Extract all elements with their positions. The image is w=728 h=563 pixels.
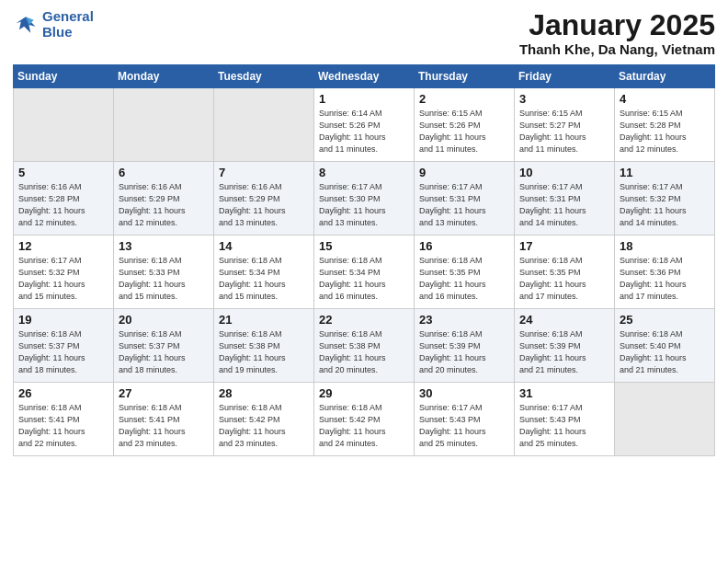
day-number: 16	[419, 239, 509, 253]
day-info: Sunrise: 6:17 AM Sunset: 5:43 PM Dayligh…	[519, 402, 609, 450]
day-number: 15	[319, 239, 409, 253]
weekday-header-row: SundayMondayTuesdayWednesdayThursdayFrid…	[14, 65, 715, 88]
day-number: 8	[319, 166, 409, 179]
calendar-cell: 18Sunrise: 6:18 AM Sunset: 5:36 PM Dayli…	[615, 236, 715, 309]
day-info: Sunrise: 6:18 AM Sunset: 5:36 PM Dayligh…	[620, 255, 710, 303]
day-number: 30	[419, 386, 509, 400]
week-row-4: 19Sunrise: 6:18 AM Sunset: 5:37 PM Dayli…	[14, 309, 715, 383]
calendar-cell: 3Sunrise: 6:15 AM Sunset: 5:27 PM Daylig…	[515, 88, 615, 162]
day-info: Sunrise: 6:18 AM Sunset: 5:37 PM Dayligh…	[18, 328, 108, 376]
calendar-cell: 30Sunrise: 6:17 AM Sunset: 5:43 PM Dayli…	[415, 383, 515, 456]
calendar-cell: 9Sunrise: 6:17 AM Sunset: 5:31 PM Daylig…	[415, 162, 515, 236]
day-info: Sunrise: 6:18 AM Sunset: 5:42 PM Dayligh…	[219, 402, 309, 450]
day-info: Sunrise: 6:15 AM Sunset: 5:27 PM Dayligh…	[519, 108, 609, 155]
day-number: 26	[18, 386, 108, 400]
day-number: 12	[18, 239, 108, 253]
calendar-cell: 23Sunrise: 6:18 AM Sunset: 5:39 PM Dayli…	[415, 309, 515, 383]
calendar-cell: 14Sunrise: 6:18 AM Sunset: 5:34 PM Dayli…	[214, 236, 314, 309]
location: Thanh Khe, Da Nang, Vietnam	[519, 41, 715, 57]
day-info: Sunrise: 6:17 AM Sunset: 5:43 PM Dayligh…	[419, 402, 509, 450]
calendar-cell: 20Sunrise: 6:18 AM Sunset: 5:37 PM Dayli…	[114, 309, 214, 383]
weekday-header-saturday: Saturday	[615, 65, 715, 88]
calendar-cell: 27Sunrise: 6:18 AM Sunset: 5:41 PM Dayli…	[114, 383, 214, 456]
day-info: Sunrise: 6:18 AM Sunset: 5:37 PM Dayligh…	[119, 328, 209, 376]
calendar-cell: 21Sunrise: 6:18 AM Sunset: 5:38 PM Dayli…	[214, 309, 314, 383]
calendar-cell: 31Sunrise: 6:17 AM Sunset: 5:43 PM Dayli…	[515, 383, 615, 456]
logo: General Blue	[13, 9, 94, 40]
calendar-table: SundayMondayTuesdayWednesdayThursdayFrid…	[13, 64, 715, 456]
calendar-cell: 29Sunrise: 6:18 AM Sunset: 5:42 PM Dayli…	[314, 383, 415, 456]
day-info: Sunrise: 6:16 AM Sunset: 5:29 PM Dayligh…	[119, 181, 209, 229]
calendar-cell: 19Sunrise: 6:18 AM Sunset: 5:37 PM Dayli…	[14, 309, 114, 383]
day-number: 9	[419, 166, 509, 179]
day-info: Sunrise: 6:18 AM Sunset: 5:33 PM Dayligh…	[119, 255, 209, 303]
day-info: Sunrise: 6:16 AM Sunset: 5:28 PM Dayligh…	[18, 181, 108, 229]
day-number: 29	[319, 386, 409, 400]
month-title: January 2025	[519, 9, 715, 41]
day-info: Sunrise: 6:18 AM Sunset: 5:42 PM Dayligh…	[319, 402, 409, 450]
calendar-cell: 11Sunrise: 6:17 AM Sunset: 5:32 PM Dayli…	[615, 162, 715, 236]
calendar-cell: 6Sunrise: 6:16 AM Sunset: 5:29 PM Daylig…	[114, 162, 214, 236]
day-number: 1	[319, 92, 409, 106]
day-number: 23	[419, 313, 509, 327]
header: General Blue January 2025 Thanh Khe, Da …	[13, 9, 715, 57]
day-number: 10	[519, 166, 609, 179]
calendar-cell: 7Sunrise: 6:16 AM Sunset: 5:29 PM Daylig…	[214, 162, 314, 236]
day-info: Sunrise: 6:18 AM Sunset: 5:35 PM Dayligh…	[519, 255, 609, 303]
calendar-cell: 26Sunrise: 6:18 AM Sunset: 5:41 PM Dayli…	[14, 383, 114, 456]
weekday-header-tuesday: Tuesday	[214, 65, 314, 88]
week-row-2: 5Sunrise: 6:16 AM Sunset: 5:28 PM Daylig…	[14, 162, 715, 236]
week-row-3: 12Sunrise: 6:17 AM Sunset: 5:32 PM Dayli…	[14, 236, 715, 309]
calendar-cell: 22Sunrise: 6:18 AM Sunset: 5:38 PM Dayli…	[314, 309, 415, 383]
calendar-cell: 17Sunrise: 6:18 AM Sunset: 5:35 PM Dayli…	[515, 236, 615, 309]
day-info: Sunrise: 6:18 AM Sunset: 5:35 PM Dayligh…	[419, 255, 509, 303]
calendar-cell: 1Sunrise: 6:14 AM Sunset: 5:26 PM Daylig…	[314, 88, 415, 162]
page-container: General Blue January 2025 Thanh Khe, Da …	[0, 0, 728, 464]
day-info: Sunrise: 6:18 AM Sunset: 5:40 PM Dayligh…	[620, 328, 710, 376]
day-number: 5	[18, 166, 108, 179]
day-info: Sunrise: 6:18 AM Sunset: 5:34 PM Dayligh…	[219, 255, 309, 303]
calendar-cell: 24Sunrise: 6:18 AM Sunset: 5:39 PM Dayli…	[515, 309, 615, 383]
weekday-header-thursday: Thursday	[415, 65, 515, 88]
day-info: Sunrise: 6:15 AM Sunset: 5:28 PM Dayligh…	[620, 108, 710, 155]
day-info: Sunrise: 6:17 AM Sunset: 5:32 PM Dayligh…	[18, 255, 108, 303]
day-info: Sunrise: 6:17 AM Sunset: 5:31 PM Dayligh…	[419, 181, 509, 229]
calendar-cell: 8Sunrise: 6:17 AM Sunset: 5:30 PM Daylig…	[314, 162, 415, 236]
calendar-cell	[214, 88, 314, 162]
logo-text-blue: Blue	[42, 25, 94, 40]
day-number: 25	[620, 313, 710, 327]
day-number: 24	[519, 313, 609, 327]
day-number: 11	[620, 166, 710, 179]
calendar-cell: 13Sunrise: 6:18 AM Sunset: 5:33 PM Dayli…	[114, 236, 214, 309]
svg-marker-0	[17, 17, 36, 33]
weekday-header-monday: Monday	[114, 65, 214, 88]
calendar-cell: 2Sunrise: 6:15 AM Sunset: 5:26 PM Daylig…	[415, 88, 515, 162]
logo-icon	[13, 12, 39, 38]
day-number: 13	[119, 239, 209, 253]
weekday-header-sunday: Sunday	[14, 65, 114, 88]
day-number: 28	[219, 386, 309, 400]
weekday-header-wednesday: Wednesday	[314, 65, 415, 88]
day-number: 19	[18, 313, 108, 327]
logo-text-general: General	[42, 8, 94, 24]
calendar-cell	[615, 383, 715, 456]
week-row-1: 1Sunrise: 6:14 AM Sunset: 5:26 PM Daylig…	[14, 88, 715, 162]
calendar-cell: 16Sunrise: 6:18 AM Sunset: 5:35 PM Dayli…	[415, 236, 515, 309]
calendar-cell: 4Sunrise: 6:15 AM Sunset: 5:28 PM Daylig…	[615, 88, 715, 162]
weekday-header-friday: Friday	[515, 65, 615, 88]
calendar-cell	[114, 88, 214, 162]
calendar-cell: 5Sunrise: 6:16 AM Sunset: 5:28 PM Daylig…	[14, 162, 114, 236]
day-number: 4	[620, 92, 710, 106]
title-block: January 2025 Thanh Khe, Da Nang, Vietnam	[519, 9, 715, 57]
day-number: 18	[620, 239, 710, 253]
day-number: 17	[519, 239, 609, 253]
day-info: Sunrise: 6:18 AM Sunset: 5:39 PM Dayligh…	[419, 328, 509, 376]
day-number: 6	[119, 166, 209, 179]
calendar-cell: 15Sunrise: 6:18 AM Sunset: 5:34 PM Dayli…	[314, 236, 415, 309]
day-info: Sunrise: 6:16 AM Sunset: 5:29 PM Dayligh…	[219, 181, 309, 229]
day-info: Sunrise: 6:18 AM Sunset: 5:41 PM Dayligh…	[119, 402, 209, 450]
calendar-cell: 28Sunrise: 6:18 AM Sunset: 5:42 PM Dayli…	[214, 383, 314, 456]
day-info: Sunrise: 6:17 AM Sunset: 5:31 PM Dayligh…	[519, 181, 609, 229]
day-number: 7	[219, 166, 309, 179]
day-info: Sunrise: 6:18 AM Sunset: 5:39 PM Dayligh…	[519, 328, 609, 376]
